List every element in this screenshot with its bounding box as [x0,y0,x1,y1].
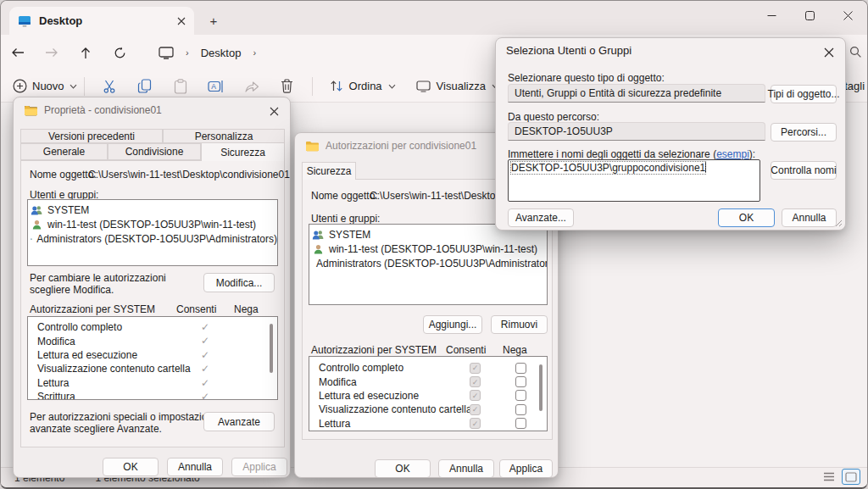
permissions-listbox[interactable]: Controllo completo Modifica Lettura ed e… [27,316,278,400]
scrollbar-thumb[interactable] [270,324,273,373]
list-item: Administrators (DESKTOP-1O5UU3P\Administ… [28,231,277,246]
up-icon[interactable] [69,38,103,67]
cancel-button[interactable]: Annulla [167,458,223,476]
ok-button[interactable]: OK [103,458,159,476]
close-icon[interactable] [266,103,281,119]
sort-button[interactable]: Ordina [330,80,396,92]
rename-icon[interactable]: A [198,80,234,93]
new-button[interactable]: Nuovo [13,79,77,93]
apply-button[interactable]: Applica [499,459,553,478]
tab-generale[interactable]: Generale [20,143,108,160]
enter-names-label: Immettere i nomi degli oggetti da selezi… [508,148,755,160]
allow-checkbox [470,418,481,429]
advanced-button[interactable]: Avanzate [203,412,275,431]
permission-row: Visualizzazione contenuto cartella [28,362,277,375]
tab-sicurezza[interactable]: Sicurezza [302,162,356,180]
tab-title: Desktop [39,14,170,27]
explorer-window: Desktop + [0,0,868,489]
delete-icon[interactable] [270,79,305,93]
text-caret [705,162,706,173]
deny-checkbox[interactable] [515,390,526,401]
maximize-button[interactable] [791,1,829,30]
close-icon[interactable] [821,45,837,60]
thumbnail-view-icon[interactable] [842,469,860,485]
back-icon[interactable] [1,38,35,67]
check-icon [201,349,209,361]
breadcrumb-chevron-icon: › [179,47,196,58]
tab-condivisione[interactable]: Condivisione [108,143,201,160]
examples-link[interactable]: esempi [716,148,749,160]
ok-button[interactable]: OK [718,208,775,227]
ok-button[interactable]: OK [375,459,431,478]
view-icon [416,81,431,92]
modify-button[interactable]: Modifica... [203,273,275,292]
cancel-button[interactable]: Annulla [782,208,837,227]
deny-column-header: Nega [503,344,527,356]
deny-checkbox[interactable] [515,404,526,415]
permission-row: Lettura [28,376,277,390]
new-label: Nuovo [32,80,64,92]
explorer-tab-desktop[interactable]: Desktop [9,7,194,35]
cancel-button[interactable]: Annulla [438,459,494,478]
advanced-hint: Per autorizzazioni speciali o impostazio… [30,411,215,423]
permission-row: Modifica [309,375,547,388]
toolbar-divider [84,77,85,96]
breadcrumb-segment[interactable]: Desktop [201,47,242,59]
deny-checkbox[interactable] [515,376,526,387]
remove-button[interactable]: Rimuovi [491,315,548,334]
view-button[interactable]: Visualizza [416,80,499,92]
desktop-tab-icon [18,15,31,27]
breadcrumb-chevron-icon[interactable]: › [246,47,263,58]
refresh-icon[interactable] [103,38,136,67]
scrollbar-thumb[interactable] [539,364,542,411]
search-icon[interactable] [849,46,862,58]
permission-row: Controllo completo [309,361,547,375]
plus-circle-icon [13,79,27,93]
object-names-input[interactable]: DESKTOP-1O5UU3P\gruppocondivisione1 [508,159,760,202]
users-listbox[interactable]: SYSTEM win-11-test (DESKTOP-1O5UU3P\win-… [309,224,548,305]
users-groups-label: Utenti e gruppi: [311,213,380,225]
tab-versioni-precedenti[interactable]: Versioni precedenti [20,129,163,143]
details-view-icon[interactable] [820,469,838,485]
tab-close-icon[interactable] [177,17,186,25]
deny-checkbox[interactable] [515,363,526,374]
close-button[interactable] [829,1,867,30]
locations-button[interactable]: Percorsi... [771,123,837,142]
tab-personalizza[interactable]: Personalizza [163,129,285,143]
permissions-header: Autorizzazioni per SYSTEM [311,344,437,356]
resize-grip[interactable] [835,219,843,227]
group-icon [31,234,32,244]
add-button[interactable]: Aggiungi... [423,315,482,334]
properties-dialog: Proprietà - condivisione01 Versioni prec… [13,97,291,478]
advanced-button[interactable]: Avanzate... [508,208,574,227]
group-icon [312,230,325,240]
dialog-title: Autorizzazioni per condivisione01 [326,140,476,152]
permission-row: Visualizzazione contenuto cartella [309,403,547,416]
copy-icon[interactable] [127,79,163,94]
users-listbox[interactable]: SYSTEM win-11-test (DESKTOP-1O5UU3P\win-… [27,199,278,266]
user-icon [312,244,325,254]
minimize-button[interactable] [753,1,791,30]
new-tab-button[interactable]: + [204,11,223,30]
check-icon [201,321,209,333]
check-icon [201,377,209,389]
cut-icon[interactable] [92,79,127,94]
apply-button: Applica [231,458,287,476]
edit-hint: scegliere Modifica. [30,284,114,296]
allow-column-header: Consenti [176,303,216,315]
permissions-header: Autorizzazioni per SYSTEM [30,303,155,315]
advanced-hint: avanzate scegliere Avanzate. [30,423,162,435]
permission-row: Lettura ed esecuzione [28,348,277,362]
select-dialog-titlebar: Seleziona Utenti o Gruppi [496,38,845,62]
paste-icon [163,79,198,94]
object-name-label: Nome oggetto: [311,190,378,202]
tab-sicurezza[interactable]: Sicurezza [201,142,285,161]
check-names-button[interactable]: Controlla nomi [771,161,837,180]
deny-checkbox[interactable] [515,418,526,429]
permissions-listbox[interactable]: Controllo completo Modifica Lettura ed e… [309,356,548,431]
dialog-title: Proprietà - condivisione01 [44,104,162,116]
object-types-button[interactable]: Tipi di oggetto... [771,85,837,103]
allow-column-header: Consenti [446,344,486,356]
dialog-title: Seleziona Utenti o Gruppi [506,44,632,57]
monitor-icon[interactable] [159,47,174,59]
